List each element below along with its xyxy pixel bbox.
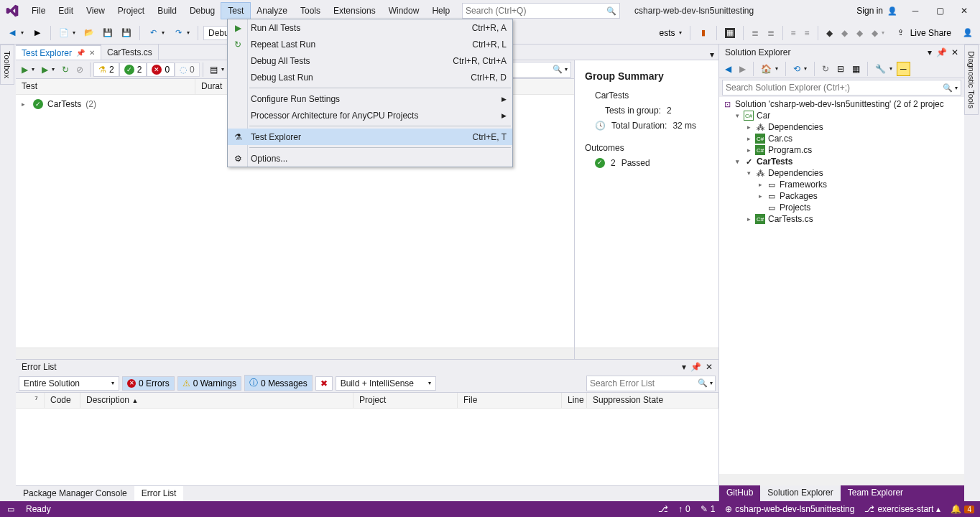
sln-item-cartests[interactable]: ▾✓CarTests bbox=[719, 156, 964, 167]
menu-edit[interactable]: Edit bbox=[52, 3, 80, 19]
save-button[interactable]: 💾 bbox=[100, 27, 116, 39]
menu-tools[interactable]: Tools bbox=[294, 3, 327, 19]
sln-item-dependencies[interactable]: ▸⁂Dependencies bbox=[719, 121, 964, 133]
sln-item-cartests-cs[interactable]: ▸C#CarTests.cs bbox=[719, 213, 964, 225]
sln-search-input[interactable] bbox=[726, 83, 943, 93]
tab-github[interactable]: GitHub bbox=[719, 485, 760, 501]
run-all-button[interactable]: ▶▾ bbox=[19, 63, 37, 76]
menu-help[interactable]: Help bbox=[425, 3, 456, 19]
menu-item-options-[interactable]: ⚙Options... bbox=[228, 150, 512, 167]
menu-build[interactable]: Build bbox=[151, 3, 183, 19]
sb-notif[interactable]: 🔔4 bbox=[951, 504, 974, 514]
scope-combo[interactable]: Entire Solution▾ bbox=[19, 376, 119, 391]
sln-collapse[interactable]: ⊟ bbox=[834, 62, 847, 75]
sln-root[interactable]: ⊡ Solution 'csharp-web-dev-lsn5unittesti… bbox=[719, 98, 964, 110]
menu-item-repeat-last-run[interactable]: ↻Repeat Last RunCtrl+R, L bbox=[228, 36, 512, 52]
menu-item-test-explorer[interactable]: ⚗Test ExplorerCtrl+E, T bbox=[228, 129, 512, 145]
tab-error-list[interactable]: Error List bbox=[134, 486, 184, 501]
sb-repo[interactable]: ⊕ csharp-web-dev-lsn5unittesting bbox=[725, 504, 854, 514]
tab-solution-explorer[interactable]: Solution Explorer bbox=[760, 485, 840, 501]
group-by-button[interactable]: ▤▾ bbox=[207, 63, 227, 76]
open-button[interactable]: 📂 bbox=[81, 27, 97, 39]
bookmark-button[interactable]: ◆ bbox=[823, 27, 836, 39]
toggle-button[interactable]: ▮ bbox=[695, 27, 711, 39]
el-search[interactable]: 🔍▾ bbox=[586, 376, 716, 391]
col-desc[interactable]: Description ▲ bbox=[80, 393, 353, 408]
el-close-icon[interactable]: ✕ bbox=[706, 362, 713, 372]
menu-item-configure-run-settings[interactable]: Configure Run Settings▶ bbox=[228, 90, 512, 107]
sb-up[interactable]: ↑ 0 bbox=[678, 504, 690, 514]
menu-analyze[interactable]: Analyze bbox=[250, 3, 294, 19]
sln-item-frameworks[interactable]: ▸▭Frameworks bbox=[719, 179, 964, 190]
tab-cartests[interactable]: CarTests.cs bbox=[101, 45, 159, 60]
close-tab-icon[interactable]: ✕ bbox=[89, 49, 95, 57]
el-dropdown-icon[interactable]: ▾ bbox=[682, 362, 686, 372]
feedback-button[interactable]: 👤 bbox=[960, 27, 976, 39]
sb-pencil[interactable]: ✎ 1 bbox=[701, 504, 716, 514]
h-scrollbar[interactable] bbox=[575, 348, 718, 359]
sln-item-program-cs[interactable]: ▸C#Program.cs bbox=[719, 144, 964, 156]
menu-item-debug-all-tests[interactable]: Debug All TestsCtrl+R, Ctrl+A bbox=[228, 52, 512, 69]
clear-filter[interactable]: ✖ bbox=[315, 376, 333, 391]
col-icon[interactable]: ⁷ bbox=[16, 393, 45, 408]
sln-scrollbar[interactable] bbox=[719, 474, 964, 485]
live-share-button[interactable]: ⇪ Live Share bbox=[890, 27, 957, 39]
el-search-input[interactable] bbox=[590, 378, 698, 388]
diagnostic-tools-tab[interactable]: Diagnostic Tools bbox=[964, 45, 979, 115]
pill-total[interactable]: ⚗2 bbox=[94, 63, 119, 76]
sln-item-car[interactable]: ▾C#Car bbox=[719, 110, 964, 121]
sln-home[interactable]: 🏠▾ bbox=[758, 62, 781, 75]
pill-failed[interactable]: ✕0 bbox=[147, 63, 174, 76]
nav-fwd-button[interactable]: ▶ bbox=[29, 27, 45, 39]
sln-item-dependencies[interactable]: ▾⁂Dependencies bbox=[719, 167, 964, 179]
sb-graph[interactable]: ⎇ bbox=[658, 504, 668, 514]
sln-item-car-cs[interactable]: ▸C#Car.cs bbox=[719, 133, 964, 144]
col-file[interactable]: File bbox=[458, 393, 562, 408]
sln-pin-icon[interactable]: 📌 bbox=[936, 47, 947, 57]
menu-view[interactable]: View bbox=[80, 3, 111, 19]
quick-search[interactable]: 🔍 bbox=[462, 3, 620, 19]
sln-close-icon[interactable]: ✕ bbox=[951, 47, 958, 57]
errors-filter[interactable]: ✕0 Errors bbox=[122, 376, 175, 391]
quick-search-input[interactable] bbox=[466, 6, 606, 16]
col-project[interactable]: Project bbox=[353, 393, 458, 408]
toolbox-tab[interactable]: Toolbox bbox=[0, 45, 14, 85]
feedback-icon[interactable]: ▭ bbox=[6, 504, 16, 514]
tabs-overflow[interactable]: ▾ bbox=[706, 50, 718, 60]
warnings-filter[interactable]: ⚠0 Warnings bbox=[177, 376, 241, 391]
tab-team-explorer[interactable]: Team Explorer bbox=[841, 485, 910, 501]
messages-filter[interactable]: ⓘ0 Messages bbox=[244, 375, 313, 391]
sln-refresh[interactable]: ↻ bbox=[819, 62, 832, 75]
close-button[interactable]: ✕ bbox=[952, 1, 976, 20]
menu-window[interactable]: Window bbox=[382, 3, 426, 19]
sln-properties[interactable]: 🔧▾ bbox=[872, 62, 895, 75]
minimize-button[interactable]: ─ bbox=[903, 1, 928, 20]
col-line[interactable]: Line bbox=[562, 393, 587, 408]
col-code[interactable]: Code bbox=[45, 393, 80, 408]
menu-extensions[interactable]: Extensions bbox=[327, 3, 382, 19]
col-suppression[interactable]: Suppression State bbox=[587, 393, 718, 408]
signin[interactable]: Sign in 👤 bbox=[856, 6, 897, 16]
col-test[interactable]: Test bbox=[16, 79, 195, 94]
tests-dropdown[interactable]: ests▾ bbox=[657, 27, 685, 39]
sln-preview[interactable]: ─ bbox=[897, 62, 910, 75]
menu-item-debug-last-run[interactable]: Debug Last RunCtrl+R, D bbox=[228, 69, 512, 85]
el-pin-icon[interactable]: 📌 bbox=[690, 362, 701, 372]
menu-test[interactable]: Test bbox=[221, 3, 250, 19]
nav-back-button[interactable]: ◀▾ bbox=[4, 27, 27, 39]
menu-file[interactable]: File bbox=[25, 3, 52, 19]
tb-icon-1[interactable]: ▦ bbox=[722, 27, 738, 39]
expand-icon[interactable]: ▸ bbox=[22, 101, 29, 108]
run-button[interactable]: ▶▾ bbox=[39, 63, 57, 76]
pin-icon[interactable]: 📌 bbox=[76, 49, 85, 57]
sln-sync[interactable]: ⟲▾ bbox=[790, 62, 810, 75]
sb-branch[interactable]: ⎇ exercises-start ▴ bbox=[864, 504, 940, 514]
menu-debug[interactable]: Debug bbox=[183, 3, 221, 19]
pill-passed[interactable]: ✓2 bbox=[120, 63, 147, 76]
col-duration[interactable]: Durat bbox=[195, 79, 228, 94]
h-scrollbar[interactable] bbox=[16, 348, 574, 359]
maximize-button[interactable]: ▢ bbox=[928, 1, 952, 20]
new-project-button[interactable]: 📄▾ bbox=[56, 27, 78, 39]
sln-item-packages[interactable]: ▸▭Packages bbox=[719, 190, 964, 202]
redo-button[interactable]: ↷▾ bbox=[170, 27, 193, 39]
